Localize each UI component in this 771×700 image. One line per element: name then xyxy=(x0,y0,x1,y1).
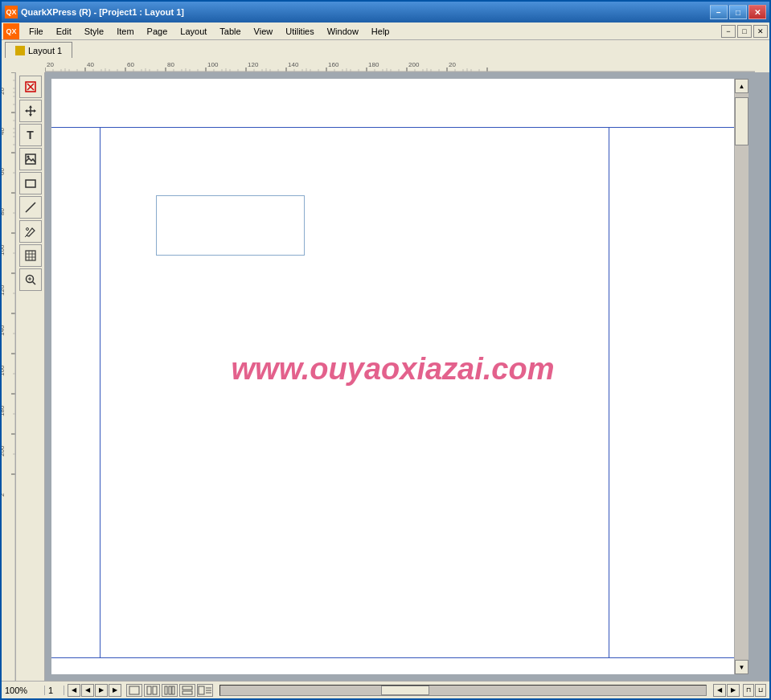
svg-rect-153 xyxy=(182,691,192,694)
menu-help[interactable]: Help xyxy=(365,25,396,38)
text-tool-button[interactable]: T xyxy=(19,124,42,146)
menu-page[interactable]: Page xyxy=(141,25,174,38)
horizontal-scrollbar[interactable] xyxy=(219,685,707,696)
first-page-button[interactable]: ◀ xyxy=(68,684,80,697)
doc-maximize-button[interactable]: □ xyxy=(737,25,752,38)
tab-icon xyxy=(15,46,25,55)
close-tool-button[interactable] xyxy=(19,76,42,98)
svg-point-136 xyxy=(26,228,28,231)
app-icon: QX xyxy=(5,6,18,18)
view-icon-5[interactable] xyxy=(197,684,213,697)
main-area: 20 40 60 80 100 120 140 160 180 xyxy=(2,72,769,681)
svg-rect-151 xyxy=(172,686,174,694)
scroll-track-v xyxy=(735,93,748,660)
svg-text:100: 100 xyxy=(207,61,219,68)
last-page-button[interactable]: ▶ xyxy=(109,684,121,697)
line-tool-button[interactable] xyxy=(19,196,42,219)
toolbar: T xyxy=(16,72,45,681)
next-page-button[interactable]: ▶ xyxy=(95,684,108,697)
svg-text:140: 140 xyxy=(288,61,299,68)
top-margin-line xyxy=(51,127,734,128)
ruler-left: 20 40 60 80 100 120 140 160 180 xyxy=(2,72,16,681)
title-bar-controls: − □ ✕ xyxy=(710,5,766,19)
prev-page-button[interactable]: ◀ xyxy=(81,684,94,697)
minimize-button[interactable]: − xyxy=(710,5,728,19)
menu-edit[interactable]: Edit xyxy=(50,25,78,38)
left-margin-line xyxy=(100,127,100,658)
svg-text:160: 160 xyxy=(328,61,339,68)
scroll-up-button[interactable]: ▲ xyxy=(735,79,748,93)
view-icons xyxy=(126,684,213,697)
resize-button-2[interactable]: ⊔ xyxy=(755,684,766,697)
maximize-button[interactable]: □ xyxy=(729,5,747,19)
table-tool-button[interactable] xyxy=(19,244,42,267)
zoom-level: 100% xyxy=(5,686,45,695)
title-bar: QX QuarkXPress (R) - [Project1 : Layout … xyxy=(2,2,769,23)
view-icon-1[interactable] xyxy=(126,684,142,697)
doc-minimize-button[interactable]: − xyxy=(721,25,736,38)
menu-file[interactable]: File xyxy=(23,25,50,38)
menu-style[interactable]: Style xyxy=(78,25,110,38)
svg-text:180: 180 xyxy=(2,405,6,416)
zoom-tool-button[interactable] xyxy=(19,268,42,291)
right-margin-line xyxy=(609,127,609,658)
vertical-scrollbar[interactable]: ▲ ▼ xyxy=(734,79,748,674)
menu-window[interactable]: Window xyxy=(321,25,365,38)
svg-rect-150 xyxy=(169,686,171,694)
menu-view[interactable]: View xyxy=(248,25,280,38)
title-bar-left: QX QuarkXPress (R) - [Project1 : Layout … xyxy=(5,6,184,18)
svg-marker-127 xyxy=(29,105,32,108)
rect-box-tool-button[interactable] xyxy=(19,172,42,194)
svg-rect-133 xyxy=(26,180,35,187)
svg-text:40: 40 xyxy=(87,61,94,68)
svg-text:100: 100 xyxy=(2,244,6,256)
resize-button-1[interactable]: ⊓ xyxy=(743,684,754,697)
svg-marker-130 xyxy=(34,109,36,113)
doc-close-button[interactable]: ✕ xyxy=(753,25,768,38)
ruler-top: 20 40 60 80 100 120 140 160 180 200 xyxy=(45,58,755,72)
svg-text:140: 140 xyxy=(2,325,6,336)
move-tool-button[interactable] xyxy=(19,100,42,122)
scroll-thumb-v[interactable] xyxy=(735,97,748,145)
close-button[interactable]: ✕ xyxy=(748,5,766,19)
app-menu-icon: QX xyxy=(3,23,19,39)
menu-item[interactable]: Item xyxy=(110,25,140,38)
svg-rect-137 xyxy=(26,251,35,260)
tab-bar: Layout 1 xyxy=(2,40,769,58)
window-title: QuarkXPress (R) - [Project1 : Layout 1] xyxy=(21,7,184,17)
picture-box-tool-button[interactable] xyxy=(19,148,42,170)
tab-label: Layout 1 xyxy=(28,46,62,55)
menu-utilities[interactable]: Utilities xyxy=(279,25,320,38)
svg-text:2: 2 xyxy=(2,493,6,497)
menu-table[interactable]: Table xyxy=(213,25,247,38)
view-icon-2[interactable] xyxy=(144,684,160,697)
svg-text:20: 20 xyxy=(47,61,54,68)
svg-rect-0 xyxy=(45,58,755,72)
svg-text:40: 40 xyxy=(2,128,6,135)
view-icon-3[interactable] xyxy=(162,684,178,697)
menu-layout[interactable]: Layout xyxy=(174,25,213,38)
menu-bar-controls: − □ ✕ xyxy=(721,25,768,38)
svg-text:200: 200 xyxy=(2,445,6,456)
h-scroll-buttons: ◀ ▶ xyxy=(713,684,740,697)
layout-tab[interactable]: Layout 1 xyxy=(5,42,72,58)
window-frame: QX QuarkXPress (R) - [Project1 : Layout … xyxy=(0,0,771,700)
svg-marker-129 xyxy=(25,109,27,113)
scroll-down-button[interactable]: ▼ xyxy=(735,660,748,674)
svg-text:60: 60 xyxy=(2,168,6,175)
svg-text:120: 120 xyxy=(2,285,6,296)
page-canvas: www.ouyaoxiazai.com xyxy=(51,79,734,674)
svg-line-134 xyxy=(26,203,35,212)
text-box xyxy=(156,195,305,256)
svg-text:180: 180 xyxy=(368,61,379,68)
scroll-right-button[interactable]: ▶ xyxy=(727,684,740,697)
pen-tool-button[interactable] xyxy=(19,220,42,243)
scroll-left-button[interactable]: ◀ xyxy=(713,684,726,697)
resize-controls: ⊓ ⊔ xyxy=(743,684,766,697)
svg-rect-148 xyxy=(153,686,157,694)
svg-text:80: 80 xyxy=(167,61,174,68)
svg-marker-128 xyxy=(29,114,32,117)
svg-rect-152 xyxy=(182,686,192,690)
view-icon-4[interactable] xyxy=(179,684,195,697)
h-scroll-thumb[interactable] xyxy=(381,686,429,695)
